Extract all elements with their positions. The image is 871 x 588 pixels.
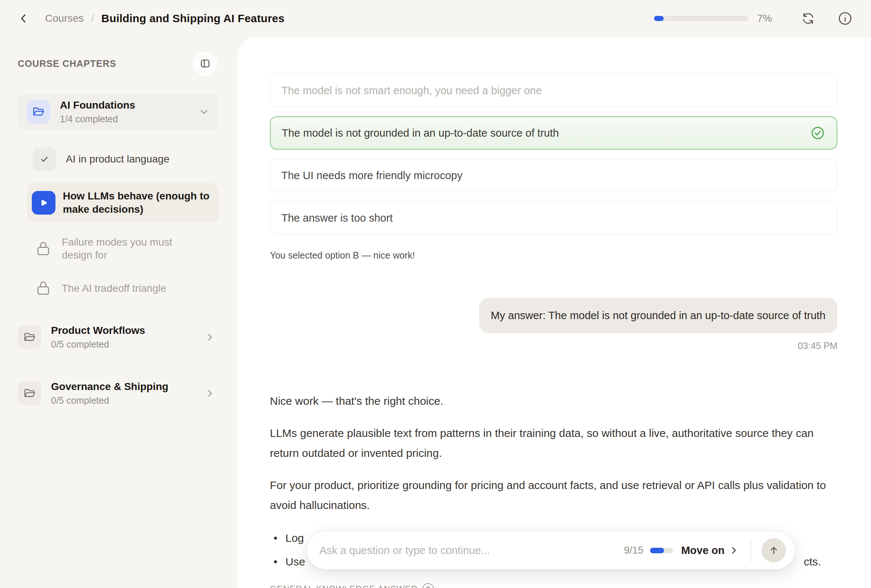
lock-icon <box>36 280 51 296</box>
step-progress-fill <box>650 548 664 553</box>
sidebar-header: COURSE CHAPTERS <box>18 50 218 77</box>
chevron-right-icon <box>729 546 739 555</box>
quiz-option-label: The UI needs more friendly microcopy <box>281 170 462 182</box>
course-chapters-sidebar: COURSE CHAPTERS AI Foundations 1/4 compl… <box>0 37 238 588</box>
collapse-sidebar-button[interactable] <box>192 50 218 77</box>
folder-open-icon <box>18 325 41 349</box>
quiz-option-b-selected[interactable]: The model is not grounded in an up-to-da… <box>270 116 837 149</box>
sidebar-heading: COURSE CHAPTERS <box>18 58 116 69</box>
user-message-row: My answer: The model is not grounded in … <box>270 298 837 333</box>
refresh-icon <box>801 12 815 25</box>
check-icon <box>33 147 56 171</box>
bullet-fragment-right: cts. <box>804 550 821 574</box>
lock-icon <box>36 240 51 257</box>
chapter-product-workflows[interactable]: Product Workflows 0/5 completed <box>18 319 218 355</box>
arrow-up-icon <box>768 545 780 556</box>
chapter-ai-foundations[interactable]: AI Foundations 1/4 completed <box>18 94 218 130</box>
folder-open-icon <box>18 382 41 405</box>
back-button[interactable] <box>15 10 32 27</box>
folder-open-icon <box>27 100 50 124</box>
help-question-icon[interactable]: ? <box>422 583 434 588</box>
user-message-bubble: My answer: The model is not grounded in … <box>479 298 837 333</box>
answer-source-row: GENERAL KNOWLEDGE ANSWER ? <box>270 583 837 588</box>
assistant-paragraph: For your product, prioritize grounding f… <box>270 475 837 515</box>
check-circle-icon <box>810 125 826 141</box>
breadcrumb-separator: / <box>91 13 94 24</box>
chapter-text: AI Foundations 1/4 completed <box>60 99 135 124</box>
chapter-progress: 1/4 completed <box>60 114 135 124</box>
move-on-button[interactable]: Move on <box>681 545 739 557</box>
info-button[interactable] <box>835 9 855 28</box>
lesson-content: The model is not smart enough, you need … <box>270 74 837 588</box>
quiz-option-label: The answer is too short <box>281 212 393 224</box>
quiz-option-d[interactable]: The answer is too short <box>270 201 837 234</box>
message-timestamp: 03:45 PM <box>270 340 837 351</box>
lesson-label: Failure modes you must design for <box>62 236 184 261</box>
lesson-label: The AI tradeoff triangle <box>62 282 166 295</box>
lesson-ai-in-product-language[interactable]: AI in product language <box>27 147 218 171</box>
chat-input[interactable] <box>319 545 624 557</box>
chevron-right-icon <box>204 332 216 343</box>
course-progress-percent: 7% <box>757 13 781 24</box>
assistant-paragraph: LLMs generate plausible text from patter… <box>270 423 837 463</box>
lesson-panel: The model is not smart enough, you need … <box>238 37 871 588</box>
lesson-tradeoff-triangle: The AI tradeoff triangle <box>27 280 218 296</box>
panel-left-icon <box>200 58 211 69</box>
course-player-app: Courses / Building and Shipping AI Featu… <box>0 0 871 588</box>
composer-divider <box>750 539 751 562</box>
lesson-label: AI in product language <box>66 152 169 166</box>
breadcrumb-courses-link[interactable]: Courses <box>45 13 84 24</box>
composer-bar: 9/15 Move on <box>307 531 795 570</box>
quiz-option-a[interactable]: The model is not smart enough, you need … <box>270 74 837 107</box>
quiz-result-note: You selected option B — nice work! <box>270 250 837 261</box>
bullet-fragment-left: Use <box>286 555 305 568</box>
chevron-right-icon <box>204 388 216 399</box>
refresh-button[interactable] <box>799 9 818 28</box>
lesson-how-llms-behave[interactable]: How LLMs behave (enough to make decision… <box>27 183 218 222</box>
top-bar-right: 7% <box>654 9 855 28</box>
course-progress-bar <box>654 16 748 21</box>
chevron-left-icon <box>17 12 30 25</box>
chapter-title: Governance & Shipping <box>51 381 168 392</box>
chapter-progress: 0/5 completed <box>51 339 145 350</box>
lesson-list: AI in product language How LLMs behave (… <box>27 147 218 296</box>
chapter-text: Product Workflows 0/5 completed <box>51 325 145 350</box>
assistant-paragraph: Nice work — that's the right choice. <box>270 391 837 411</box>
quiz-option-c[interactable]: The UI needs more friendly microcopy <box>270 159 837 192</box>
info-icon <box>838 11 853 26</box>
chapter-governance-shipping[interactable]: Governance & Shipping 0/5 completed <box>18 375 218 411</box>
send-button[interactable] <box>762 538 786 563</box>
chapter-title: AI Foundations <box>60 99 135 111</box>
answer-source-label: GENERAL KNOWLEDGE ANSWER <box>270 584 418 588</box>
lesson-label: How LLMs behave (enough to make decision… <box>63 190 211 216</box>
step-progress-bar <box>650 548 673 553</box>
chevron-down-icon <box>199 106 210 118</box>
lesson-failure-modes: Failure modes you must design for <box>27 236 218 261</box>
course-progress-fill <box>654 16 664 21</box>
bullet-fragment-left: Log <box>286 532 304 544</box>
chapter-text: Governance & Shipping 0/5 completed <box>51 381 168 406</box>
chapter-progress: 0/5 completed <box>51 395 168 406</box>
top-bar: Courses / Building and Shipping AI Featu… <box>0 0 871 37</box>
step-counter: 9/15 <box>624 545 644 556</box>
quiz-option-label: The model is not smart enough, you need … <box>281 85 542 97</box>
page-title: Building and Shipping AI Features <box>101 12 285 25</box>
chapter-title: Product Workflows <box>51 325 145 336</box>
quiz-option-label: The model is not grounded in an up-to-da… <box>282 127 559 139</box>
move-on-label: Move on <box>681 545 724 557</box>
play-icon <box>32 191 55 215</box>
breadcrumb: Courses / Building and Shipping AI Featu… <box>45 12 285 25</box>
